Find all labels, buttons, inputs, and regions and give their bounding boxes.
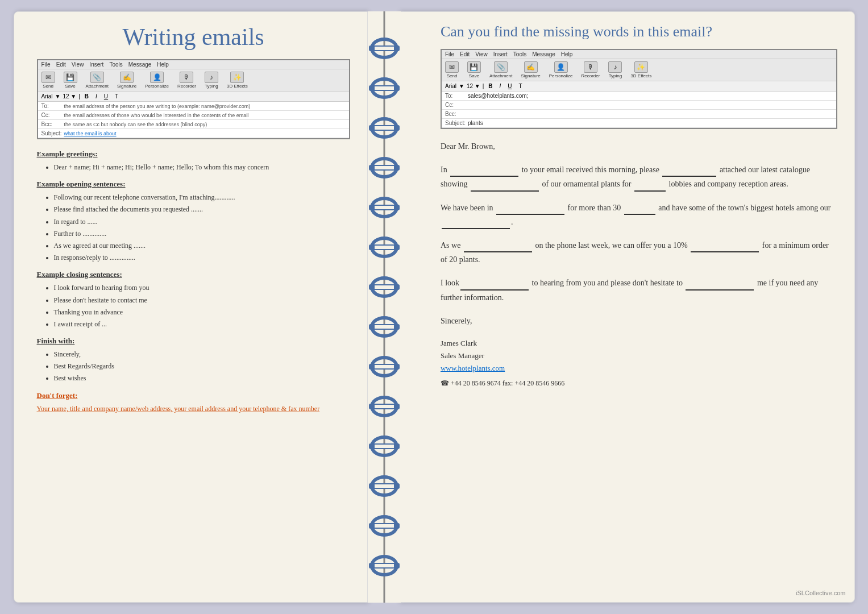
typing-icon-r: ♪: [608, 61, 622, 73]
effects-btn[interactable]: ✨ 3D Effects: [227, 72, 248, 89]
right-page: Can you find the missing words in this e…: [401, 11, 855, 603]
blank-11: [686, 281, 754, 291]
list-item: In response/reply to ...............: [54, 252, 350, 263]
personalize-btn[interactable]: 👤 Personalize: [145, 72, 169, 89]
list-item: I look forward to hearing from you: [54, 283, 350, 293]
text-btn[interactable]: T: [113, 93, 121, 100]
cc-value: the email addresses of those who would b…: [64, 113, 249, 118]
bold-btn-r[interactable]: B: [486, 82, 495, 90]
send-icon-r: ✉: [445, 61, 459, 73]
spiral-ring: [370, 356, 398, 377]
italic-btn-r[interactable]: I: [497, 82, 504, 90]
text-btn-r[interactable]: T: [517, 82, 525, 90]
to-value-r: sales@hotelplants.com;: [468, 93, 528, 99]
signature-btn-r[interactable]: ✍ Signature: [521, 61, 540, 78]
dont-forget-heading: Don't forget:: [37, 391, 350, 400]
blank-7: [442, 220, 510, 229]
blank-1: [450, 168, 518, 177]
spiral-ring: [370, 237, 398, 258]
save-btn-r[interactable]: 💾 Save: [467, 61, 481, 78]
signature-btn[interactable]: ✍ Signature: [117, 72, 136, 89]
recorder-btn-r[interactable]: 🎙 Recorder: [582, 61, 600, 78]
signature-icon: ✍: [120, 72, 134, 83]
sender-title: Sales Manager: [441, 350, 837, 362]
bold-btn[interactable]: B: [82, 93, 91, 100]
blank-8: [464, 243, 532, 252]
blank-3: [471, 182, 539, 192]
greetings-list: Dear + name; Hi + name; Hi; Hello + name…: [37, 162, 350, 173]
subject-field: Subject: what the email is about: [38, 129, 349, 138]
send-btn[interactable]: ✉ Send: [41, 72, 55, 89]
email-client-left: File Edit View Insert Tools Message Help…: [37, 59, 350, 139]
greetings-heading: Example greetings:: [37, 150, 350, 159]
attachment-icon-r: 📎: [494, 61, 508, 73]
contact-info: James Clark Sales Manager www.hotelplant…: [441, 337, 837, 375]
spiral-ring: [370, 77, 398, 99]
blank-4: [634, 182, 666, 192]
cc-field: Cc: the email addresses of those who wou…: [38, 111, 349, 120]
typing-btn[interactable]: ♪ Typing: [205, 72, 218, 89]
spiral-ring: [370, 555, 398, 576]
spiral-binding: [368, 11, 401, 603]
list-item: Sincerely,: [54, 349, 350, 360]
attachment-btn[interactable]: 📎 Attachment: [86, 72, 109, 89]
opening-list: Following our recent telephone conversat…: [37, 192, 350, 263]
subject-field-r: Subject: plants: [442, 119, 836, 128]
blank-6: [624, 206, 655, 215]
signature-icon-r: ✍: [524, 61, 538, 73]
italic-btn[interactable]: I: [93, 93, 99, 100]
toolbar-left: ✉ Send 💾 Save 📎 Attachment ✍ Signature 👤: [38, 69, 349, 92]
personalize-icon-r: 👤: [554, 61, 568, 73]
recorder-icon-r: 🎙: [584, 61, 597, 73]
to-field-r: To: sales@hotelplants.com;: [442, 92, 836, 101]
sender-name: James Clark: [441, 337, 837, 350]
send-btn-r[interactable]: ✉ Send: [445, 61, 459, 78]
to-field: To: the email address of the person you …: [38, 102, 349, 111]
list-item: Best Regards/Regards: [54, 361, 350, 372]
email-closing: Sincerely,: [441, 314, 837, 328]
attachment-icon: 📎: [90, 72, 104, 83]
underline-btn[interactable]: U: [102, 93, 110, 100]
sender-website[interactable]: www.hotelplants.com: [441, 364, 505, 372]
blank-9: [691, 243, 759, 252]
isl-credit: iSLCollective.com: [796, 590, 845, 596]
blank-2: [662, 168, 716, 177]
dont-forget-text: Your name, title and company name/web ad…: [37, 404, 350, 414]
spiral-ring: [370, 435, 398, 457]
opening-heading: Example opening sentences:: [37, 180, 350, 189]
phone-line: ☎ +44 20 8546 9674 fax: +44 20 8546 9666: [441, 379, 837, 388]
email-client-right: File Edit View Insert Tools Message Help…: [441, 49, 837, 129]
list-item: Please find attached the documents you r…: [54, 204, 350, 215]
format-bar-right: Arial ▼ 12 ▼ | B I U T: [442, 81, 836, 92]
recorder-btn[interactable]: 🎙 Recorder: [177, 72, 196, 89]
effects-btn-r[interactable]: ✨ 3D Effects: [630, 61, 651, 78]
personalize-btn-r[interactable]: 👤 Personalize: [549, 61, 573, 78]
send-icon: ✉: [41, 72, 55, 83]
blank-10: [460, 281, 529, 291]
attachment-btn-r[interactable]: 📎 Attachment: [489, 61, 512, 78]
spiral-ring: [370, 117, 398, 139]
typing-btn-r[interactable]: ♪ Typing: [608, 61, 622, 78]
personalize-icon: 👤: [150, 72, 164, 83]
menu-bar-right: File Edit View Insert Tools Message Help: [442, 50, 836, 59]
email-paragraph3: As we on the phone last week, we can off…: [441, 238, 837, 267]
spiral-ring: [370, 38, 398, 59]
list-item: Further to ..............: [54, 229, 350, 239]
blank-5: [496, 206, 564, 215]
underline-btn-r[interactable]: U: [505, 82, 514, 90]
spiral-ring: [370, 276, 398, 298]
toolbar-right: ✉ Send 💾 Save 📎 Attachment ✍ Signature: [442, 59, 836, 81]
email-greeting: Dear Mr. Brown,: [441, 139, 837, 154]
effects-icon-r: ✨: [634, 61, 648, 73]
recorder-icon: 🎙: [180, 72, 193, 83]
bcc-value: the same as Cc but nobody can see the ad…: [64, 122, 207, 127]
list-item: Dear + name; Hi + name; Hi; Hello + name…: [54, 162, 350, 173]
email-paragraph4: I look to hearing from you and please do…: [441, 276, 837, 304]
spiral-ring: [370, 396, 398, 417]
spiral-line: [383, 11, 385, 603]
bcc-field-r: Bcc:: [442, 110, 836, 119]
save-btn[interactable]: 💾 Save: [64, 72, 77, 89]
spiral-ring: [370, 515, 398, 537]
spiral-ring: [370, 316, 398, 338]
spiral-ring: [370, 197, 398, 218]
